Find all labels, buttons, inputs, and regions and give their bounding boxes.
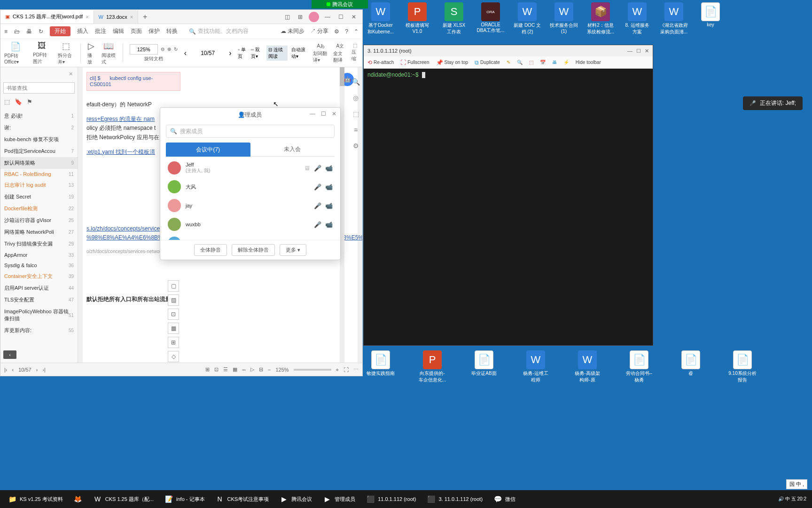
desktop-file[interactable]: W8. 运维服务方案 — [623, 2, 651, 35]
menu-icon[interactable]: ↻ — [39, 28, 43, 35]
bookmark-item[interactable]: 沙箱运行容器 gVisor25 — [0, 214, 78, 226]
taskbar-item[interactable]: 🦊 — [69, 492, 87, 507]
desktop-file[interactable]: W杨勇-高级架构师-原 — [573, 350, 601, 383]
view-icon[interactable]: ⊡ — [214, 366, 219, 373]
tool-pdf-office[interactable]: 📄PDF转Office▾ — [4, 41, 26, 64]
sb-icon[interactable]: 🔖 — [15, 98, 22, 105]
sidebar-collapse[interactable]: ‹ — [3, 350, 16, 359]
tool-icon[interactable]: ⬚ — [353, 110, 359, 118]
taskbar-item[interactable]: ▶管理成员 — [318, 492, 360, 507]
bookmark-item[interactable]: Trivy 扫描镜像安全漏29 — [0, 238, 78, 250]
tool-icon[interactable]: ✎ — [507, 60, 510, 65]
nav-first-icon[interactable]: |‹ — [4, 367, 8, 373]
more-icon[interactable]: ⋯ — [353, 366, 359, 373]
wps-tab[interactable]: W123.docx× — [94, 10, 138, 24]
full-translate[interactable]: A文全文翻译 — [333, 43, 347, 64]
settings-icon[interactable]: ⚙ — [334, 28, 339, 35]
bookmark-item[interactable]: TLS安全配置47 — [0, 294, 78, 306]
menu-start[interactable]: 开始 — [50, 26, 70, 36]
tool-play[interactable]: ▷播放 — [87, 41, 94, 65]
tab-not-joined[interactable]: 未入会 — [250, 143, 335, 157]
bookmark-item[interactable]: kube-bench 修复不安项 — [0, 134, 78, 145]
bookmark-item[interactable]: Dockerfile检测22 — [0, 203, 78, 214]
collapse-icon[interactable]: ⌃ — [354, 28, 359, 35]
wps-tab-active[interactable]: ▣CKS 1.25 题库...使用)word.pdf× — [0, 10, 94, 24]
taskbar-item[interactable]: 💬微信 — [488, 492, 520, 507]
view-double[interactable]: ▫▫ 双页▾ — [251, 47, 263, 60]
sync-status[interactable]: ☁ 未同步 — [281, 27, 304, 35]
taskbar-item[interactable]: 📁KS v1.25 考试资料 — [3, 492, 68, 507]
desktop-file[interactable]: S新建 XLSX 工作表 — [440, 2, 468, 35]
view-icon[interactable]: ⊞ — [205, 366, 210, 373]
tool-icon[interactable]: ⬚ — [529, 60, 533, 65]
new-tab-button[interactable]: + — [138, 13, 152, 21]
member-row[interactable]: New 🎤 — [166, 234, 335, 240]
member-row[interactable]: wuxbb 🎤📹 — [166, 215, 335, 234]
edit-tool[interactable]: ▨ — [168, 294, 179, 306]
prev-page-icon[interactable]: ‹ — [184, 49, 187, 57]
bookmark-item[interactable]: 谢:2 — [0, 122, 78, 134]
tab-in-meeting[interactable]: 会议中(7) — [166, 143, 250, 157]
tool-icon[interactable]: 🖶 — [552, 60, 557, 65]
duplicate-button[interactable]: ⧉Duplicate — [475, 59, 500, 66]
hide-toolbar-button[interactable]: Hide toolbar — [576, 60, 601, 65]
menu-icon[interactable]: 🗁 — [14, 28, 20, 35]
bookmark-item[interactable]: Pod指定ServiceAccou7 — [0, 145, 78, 157]
edit-tool[interactable]: ⊡ — [168, 309, 179, 320]
rotate-icon[interactable]: ↻ — [174, 47, 178, 52]
member-row[interactable]: Jeff(主持人, 我) 🖥🎤📹 — [166, 159, 335, 177]
minimize-button[interactable]: — — [310, 111, 315, 117]
desktop-file[interactable]: W《湖北省政府采购负面清... — [660, 2, 688, 35]
nav-prev-icon[interactable]: ‹ — [12, 367, 14, 373]
minimize-button[interactable]: — — [627, 48, 632, 54]
tool-icon[interactable]: ◎ — [353, 94, 359, 102]
bookmark-item[interactable]: 默认网络策略9 — [0, 157, 78, 169]
view-icon[interactable]: ▫▫ — [242, 367, 246, 373]
menu-item[interactable]: 转换 — [166, 27, 178, 35]
maximize-button[interactable]: ☐ — [336, 12, 345, 22]
edit-tool[interactable]: ⊞ — [168, 337, 179, 348]
member-row[interactable]: 大风 🎤📹 — [166, 177, 335, 196]
fullscreen-icon[interactable]: ⛶ — [344, 367, 349, 373]
taskbar-tray[interactable]: 🔊 中 五 20:2 — [778, 496, 809, 502]
taskbar-item[interactable]: WCKS 1.25 题库（配... — [88, 492, 158, 507]
search-box[interactable]: 🔍 查找功能、文档内容 — [189, 27, 249, 35]
desktop-file[interactable]: 📄睿 — [677, 350, 705, 383]
terminal-body[interactable]: ndidate@node01:~$ — [364, 69, 653, 345]
member-row[interactable]: jay 🎤📹 — [166, 196, 335, 215]
desktop-file[interactable]: W新建 DOC 文档 (2) — [513, 2, 541, 35]
sb-icon[interactable]: ⬚ — [4, 98, 10, 105]
menu-item[interactable]: 保护 — [148, 27, 160, 35]
bookmark-item[interactable]: 启用API server认证44 — [0, 282, 78, 294]
bookmark-search[interactable] — [3, 82, 75, 94]
edit-tool[interactable]: ▢ — [168, 280, 179, 292]
word-translate[interactable]: Aあ划词翻译▾ — [313, 43, 328, 64]
desktop-file[interactable]: 📄劳动合同书--杨勇 — [625, 350, 653, 383]
desktop-file[interactable]: P向东提供的-车企信息化... — [418, 350, 446, 383]
zoom-select[interactable] — [130, 44, 158, 55]
nav-next-icon[interactable]: › — [36, 367, 38, 373]
zoom-slider[interactable] — [294, 369, 331, 371]
bookmark-item[interactable]: AppArmor33 — [0, 250, 78, 260]
tool-icon[interactable]: ⚙ — [353, 142, 359, 150]
zoom-out[interactable]: − — [268, 367, 271, 373]
bookmark-item[interactable]: 日志审计 log audit13 — [0, 179, 78, 191]
close-button[interactable]: ✕ — [332, 111, 336, 117]
bookmark-item[interactable]: 网络策略 NetworkPoli27 — [0, 226, 78, 238]
desktop-file[interactable]: 📦材料2：信息系统检修流... — [586, 2, 615, 35]
maximize-button[interactable]: ☐ — [321, 111, 326, 117]
tool-split[interactable]: ⬚拆分合并▾ — [58, 41, 74, 65]
tool-icon[interactable]: 🔍 — [352, 78, 360, 86]
menu-icon[interactable]: ≡ — [4, 28, 8, 35]
sidebar-close-icon[interactable]: × — [69, 70, 73, 78]
tab-close-icon[interactable]: × — [130, 14, 133, 20]
menu-item[interactable]: 编辑 — [113, 27, 124, 35]
menu-item[interactable]: 插入 — [77, 27, 88, 35]
member-search[interactable]: 🔍 搜索成员 — [166, 125, 335, 138]
taskbar-item[interactable]: NCKS考试注意事项 — [211, 492, 274, 507]
tool-icon[interactable]: 📅 — [540, 60, 546, 65]
mute-all-button[interactable]: 全体静音 — [194, 244, 227, 256]
taskbar-item[interactable]: ⬛3. 11.0.1.112 (root) — [422, 492, 488, 507]
ime-indicator[interactable]: 国 中 , — [786, 479, 807, 489]
doc-link[interactable]: ress+Egress 的流量在 nam — [86, 116, 155, 122]
